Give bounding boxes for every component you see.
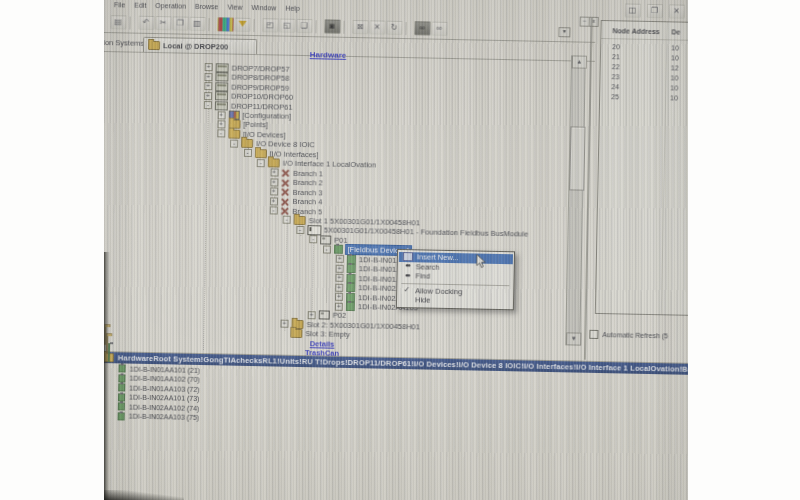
collapse-icon[interactable]: - xyxy=(322,245,330,253)
import-icon[interactable]: ◰ xyxy=(262,18,278,32)
expand-icon[interactable]: + xyxy=(270,187,278,195)
expand-icon[interactable]: + xyxy=(217,111,225,119)
mouse-cursor xyxy=(476,254,487,269)
filter-icon[interactable] xyxy=(234,18,250,32)
ctx-hide[interactable]: Hide xyxy=(398,295,512,307)
tree-item-label: Branch 4 xyxy=(292,197,322,207)
node-address-cell: 21 xyxy=(612,53,620,60)
menu-bar: FileEditOperationBrowseViewWindowHelp xyxy=(110,0,304,13)
branch-icon xyxy=(280,207,289,215)
expand-icon[interactable]: + xyxy=(335,283,343,291)
node-address-cell: 24 xyxy=(611,83,619,90)
fbdev-icon xyxy=(333,245,342,254)
top-right-toolbar: ◫❐✕▦ xyxy=(624,3,688,19)
palette-icon[interactable] xyxy=(217,17,233,31)
menu-browse[interactable]: Browse xyxy=(191,2,223,12)
expand-icon[interactable]: + xyxy=(335,302,343,310)
expand-icon[interactable]: + xyxy=(335,293,343,301)
scroll-up-icon[interactable]: ▲ xyxy=(572,55,587,68)
folder-icon xyxy=(241,139,253,148)
application-window: FileEditOperationBrowseViewWindowHelp ▤↶… xyxy=(104,0,688,500)
toolbar-separator xyxy=(405,22,411,35)
select-icon[interactable]: ⊠ xyxy=(352,20,368,34)
tab-systems-partial[interactable]: ation Systems xyxy=(104,38,144,48)
delete-icon[interactable]: ✕ xyxy=(369,20,385,34)
expand-icon[interactable]: + xyxy=(217,120,225,128)
find-icon[interactable]: ∞ xyxy=(414,21,430,35)
collapse-icon[interactable]: - xyxy=(269,206,277,214)
expand-icon[interactable]: + xyxy=(270,178,278,186)
collapse-icon[interactable]: - xyxy=(243,149,251,157)
paste-icon[interactable]: ▥ xyxy=(189,17,205,31)
drop-icon xyxy=(215,82,228,91)
collapse-icon[interactable]: - xyxy=(204,101,212,109)
tree-item-label: Branch 2 xyxy=(293,178,323,188)
menu-operation[interactable]: Operation xyxy=(151,1,190,11)
device-cell: 10 xyxy=(671,54,679,61)
stray-icon-3 xyxy=(108,343,110,362)
print-icon[interactable]: ▤ xyxy=(110,15,126,29)
auto-refresh-label: Automatic Refresh (5 xyxy=(602,331,668,339)
expand-icon[interactable]: + xyxy=(269,197,277,205)
expand-icon[interactable]: + xyxy=(205,63,213,71)
collapse-icon[interactable]: - xyxy=(230,139,238,147)
device-cell: 12 xyxy=(671,64,679,71)
branch-icon xyxy=(281,169,290,177)
undo-icon[interactable]: ↶ xyxy=(138,16,154,30)
collapse-icon[interactable]: - xyxy=(217,130,225,138)
copy-icon[interactable]: ❐ xyxy=(172,16,188,30)
branch-icon xyxy=(281,178,290,186)
hardware-title[interactable]: Hardware xyxy=(263,49,393,61)
toolbar-separator xyxy=(343,20,349,33)
device-cell: 10 xyxy=(670,94,678,101)
duplicate-icon[interactable]: ❏ xyxy=(296,19,312,33)
menu-help[interactable]: Help xyxy=(281,4,304,13)
tree-guide xyxy=(284,221,287,331)
ctx-find[interactable]: Find xyxy=(398,271,512,283)
menu-view[interactable]: View xyxy=(223,2,246,11)
collapse-icon[interactable]: - xyxy=(283,216,291,224)
tab-scroll-button[interactable]: ▾ xyxy=(558,27,570,37)
menu-window[interactable]: Window xyxy=(247,3,280,13)
cascade-windows-icon[interactable]: ❐ xyxy=(646,4,662,18)
scroll-down-icon[interactable]: ▼ xyxy=(566,332,581,345)
menu-file[interactable]: File xyxy=(110,0,129,9)
expand-icon[interactable]: + xyxy=(204,82,212,90)
scrollbar-thumb[interactable] xyxy=(569,126,585,190)
expand-icon[interactable]: + xyxy=(335,274,343,282)
expand-icon[interactable]: + xyxy=(308,311,316,319)
device-label: 1DI-B-IN01AA102 (70) xyxy=(129,375,200,383)
collapse-icon[interactable]: - xyxy=(296,226,304,234)
collapse-icon[interactable]: - xyxy=(257,159,265,167)
device-icon xyxy=(118,412,125,420)
expand-icon[interactable]: + xyxy=(336,264,344,272)
expand-icon[interactable]: + xyxy=(204,73,212,81)
bottom-device-row[interactable]: 1DI-B-IN02AA103 (75) xyxy=(118,411,200,422)
tree-scrollbar[interactable]: ▲ ▼ xyxy=(565,55,586,345)
tile-windows-icon[interactable]: ◫ xyxy=(624,3,640,17)
expand-icon[interactable]: + xyxy=(336,255,344,263)
folder-icon xyxy=(148,40,160,49)
tree-item-label: Branch 1 xyxy=(293,169,323,179)
collapse-icon[interactable]: - xyxy=(309,236,317,244)
device-label: 1DI-B-IN02AA103 (75) xyxy=(129,413,200,421)
refresh-icon[interactable]: ↻ xyxy=(386,21,402,35)
camera-icon[interactable]: ◙ xyxy=(324,19,340,33)
port-icon xyxy=(320,235,331,244)
drop-icon xyxy=(216,63,229,72)
close-window-icon[interactable]: ✕ xyxy=(668,4,684,18)
auto-refresh-checkbox[interactable] xyxy=(589,330,598,339)
tree-item[interactable]: -P01 xyxy=(309,235,348,245)
branch-icon xyxy=(281,188,290,196)
menu-edit[interactable]: Edit xyxy=(130,1,150,10)
check-icon xyxy=(402,286,411,294)
device-label: 1DI-B-IN02AA102 (74) xyxy=(129,403,200,411)
cut-icon[interactable]: ✂ xyxy=(155,16,171,30)
module-icon xyxy=(307,225,321,235)
folder-icon xyxy=(228,129,240,138)
expand-icon[interactable]: + xyxy=(204,92,212,100)
expand-icon[interactable]: + xyxy=(280,320,288,328)
export-icon[interactable]: ◱ xyxy=(279,19,295,33)
history-icon[interactable]: ∞ xyxy=(431,22,447,36)
expand-icon[interactable]: + xyxy=(270,169,278,177)
